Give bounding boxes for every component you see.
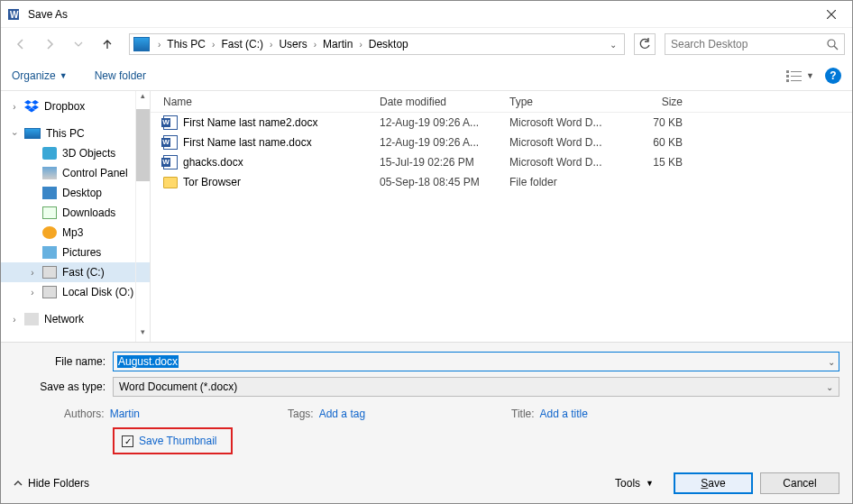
file-row[interactable]: First Name last name2.docx12-Aug-19 09:2… bbox=[151, 113, 852, 133]
word-app-icon: W bbox=[8, 7, 23, 22]
file-name: First Name last name.docx bbox=[183, 136, 312, 149]
tags-value[interactable]: Add a tag bbox=[319, 408, 365, 420]
chevron-up-icon bbox=[14, 479, 23, 488]
col-name[interactable]: Name bbox=[151, 96, 380, 108]
tree-3d-objects[interactable]: 3D Objects bbox=[1, 143, 150, 163]
disk-icon bbox=[42, 286, 57, 298]
chevron-down-icon: ▼ bbox=[806, 71, 814, 80]
control-panel-icon bbox=[42, 167, 57, 179]
recent-dropdown[interactable] bbox=[66, 32, 91, 56]
save-thumbnail-label[interactable]: Save Thumbnail bbox=[139, 435, 217, 447]
svg-rect-5 bbox=[786, 75, 789, 78]
authors-label: Authors: bbox=[64, 408, 105, 420]
breadcrumb-users[interactable]: Users bbox=[277, 38, 308, 50]
tree-pictures[interactable]: Pictures bbox=[1, 243, 150, 262]
tools-menu[interactable]: Tools ▼ bbox=[615, 477, 654, 490]
type-select[interactable]: Word Document (*.docx) ⌄ bbox=[113, 377, 839, 397]
view-menu[interactable]: ▼ bbox=[786, 69, 814, 82]
expand-icon[interactable]: › bbox=[10, 102, 19, 112]
view-icon bbox=[786, 69, 803, 82]
file-row[interactable]: First Name last name.docx12-Aug-19 09:26… bbox=[151, 133, 852, 152]
tree-network[interactable]: ›Network bbox=[1, 309, 150, 329]
forward-button[interactable] bbox=[37, 32, 62, 56]
tree-dropbox[interactable]: ›Dropbox bbox=[1, 96, 150, 116]
tree-control-panel[interactable]: Control Panel bbox=[1, 163, 150, 183]
expand-icon[interactable]: › bbox=[28, 288, 37, 298]
close-button[interactable] bbox=[811, 1, 852, 28]
file-rows: First Name last name2.docx12-Aug-19 09:2… bbox=[151, 113, 852, 192]
file-date: 12-Aug-19 09:26 A... bbox=[380, 136, 509, 149]
title-value[interactable]: Add a title bbox=[540, 408, 588, 420]
breadcrumb-fastc[interactable]: Fast (C:) bbox=[219, 38, 265, 50]
back-button[interactable] bbox=[8, 32, 33, 56]
arrow-up-icon bbox=[101, 38, 114, 50]
cancel-button[interactable]: Cancel bbox=[760, 472, 839, 494]
tree-localo[interactable]: ›Local Disk (O:) bbox=[1, 282, 150, 302]
svg-rect-4 bbox=[791, 71, 802, 72]
refresh-icon bbox=[638, 38, 651, 50]
address-dropdown[interactable]: ⌄ bbox=[606, 40, 620, 50]
file-date: 15-Jul-19 02:26 PM bbox=[380, 156, 509, 169]
chevron-down-icon bbox=[74, 40, 83, 49]
chevron-down-icon: ▼ bbox=[60, 71, 68, 80]
file-size: 15 KB bbox=[621, 156, 692, 169]
refresh-button[interactable] bbox=[634, 33, 656, 55]
file-size: 70 KB bbox=[621, 116, 692, 129]
organize-menu[interactable]: Organize ▼ bbox=[12, 69, 68, 82]
chevron-down-icon: ⌄ bbox=[826, 382, 833, 392]
breadcrumb-desktop[interactable]: Desktop bbox=[367, 38, 410, 50]
new-folder-button[interactable]: New folder bbox=[95, 69, 146, 82]
expand-icon[interactable]: › bbox=[28, 268, 37, 278]
filename-input[interactable]: August.docx ⌄ bbox=[113, 352, 839, 371]
tree-scrollbar[interactable]: ▴▾ bbox=[135, 91, 150, 342]
expand-icon[interactable]: › bbox=[10, 315, 19, 325]
filename-label: File name: bbox=[14, 355, 113, 368]
tree-fastc[interactable]: ›Fast (C:) bbox=[1, 262, 150, 282]
search-icon bbox=[827, 39, 839, 50]
check-icon: ✓ bbox=[124, 436, 132, 446]
col-size[interactable]: Size bbox=[621, 96, 692, 108]
svg-rect-6 bbox=[791, 76, 802, 77]
breadcrumb-martin[interactable]: Martin bbox=[321, 38, 354, 50]
save-button[interactable]: Save bbox=[674, 472, 753, 494]
pictures-icon bbox=[42, 246, 57, 259]
title-label: Title: bbox=[511, 408, 535, 420]
type-label: Save as type: bbox=[14, 380, 113, 393]
folder-icon bbox=[163, 177, 178, 188]
toolbar: Organize ▼ New folder ▼ ? bbox=[1, 60, 852, 91]
file-date: 05-Sep-18 08:45 PM bbox=[380, 176, 509, 188]
svg-point-2 bbox=[828, 40, 835, 47]
save-as-dialog: W Save As › This PC › Fast (C:) › Users … bbox=[0, 0, 853, 504]
file-type: File folder bbox=[509, 176, 621, 188]
svg-text:W: W bbox=[10, 10, 19, 20]
3d-objects-icon bbox=[42, 147, 57, 160]
breadcrumb-thispc[interactable]: This PC bbox=[165, 38, 207, 50]
search-box[interactable] bbox=[665, 33, 845, 55]
tree-desktop[interactable]: Desktop bbox=[1, 183, 150, 203]
file-type: Microsoft Word D... bbox=[509, 116, 621, 129]
chevron-down-icon[interactable]: ⌄ bbox=[828, 357, 835, 367]
tree-thispc[interactable]: ›This PC bbox=[1, 124, 150, 143]
breadcrumb-sep: › bbox=[153, 40, 165, 50]
tree-mp3[interactable]: Mp3 bbox=[1, 223, 150, 243]
collapse-icon[interactable]: › bbox=[10, 129, 20, 138]
file-type: Microsoft Word D... bbox=[509, 156, 621, 169]
file-type: Microsoft Word D... bbox=[509, 136, 621, 149]
up-button[interactable] bbox=[95, 32, 120, 56]
tree-downloads[interactable]: Downloads bbox=[1, 203, 150, 223]
file-row[interactable]: ghacks.docx15-Jul-19 02:26 PMMicrosoft W… bbox=[151, 152, 852, 172]
search-input[interactable] bbox=[671, 38, 827, 50]
save-thumbnail-checkbox[interactable]: ✓ bbox=[122, 435, 133, 447]
help-icon: ? bbox=[830, 69, 836, 82]
address-bar[interactable]: › This PC › Fast (C:) › Users › Martin ›… bbox=[129, 33, 625, 55]
window-title: Save As bbox=[28, 8, 68, 21]
col-date[interactable]: Date modified bbox=[380, 96, 509, 108]
authors-value[interactable]: Martin bbox=[110, 408, 140, 420]
help-button[interactable]: ? bbox=[825, 68, 841, 84]
col-type[interactable]: Type bbox=[509, 96, 621, 108]
arrow-right-icon bbox=[43, 38, 56, 50]
filename-value: August.docx bbox=[117, 355, 179, 368]
file-row[interactable]: Tor Browser05-Sep-18 08:45 PMFile folder bbox=[151, 172, 852, 192]
hide-folders-button[interactable]: Hide Folders bbox=[14, 477, 89, 490]
pc-icon bbox=[133, 37, 150, 51]
